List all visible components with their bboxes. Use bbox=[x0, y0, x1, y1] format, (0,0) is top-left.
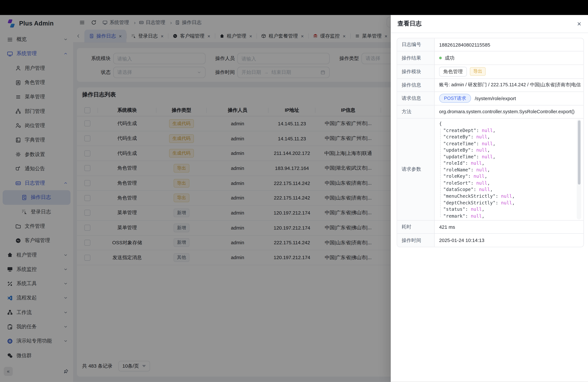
json-line: "createDept": null, bbox=[439, 127, 583, 134]
json-line: "dataScope": null, bbox=[439, 187, 583, 193]
json-line: "createBy": null, bbox=[439, 134, 583, 141]
module-tag: 角色管理 bbox=[439, 67, 467, 76]
drawer-header: 查看日志 × bbox=[391, 15, 588, 33]
field-label: 操作结果 bbox=[397, 51, 435, 64]
json-line: "roleKey": null, bbox=[439, 173, 583, 180]
method-value: org.dromara.system.controller.system.Sys… bbox=[435, 105, 583, 118]
field-label: 操作时间 bbox=[397, 234, 435, 247]
json-line: "roleName": null, bbox=[439, 167, 583, 173]
request-url: /system/role/export bbox=[475, 96, 516, 101]
screen: Plus Admin 概览 系统管理 用户管理 bbox=[0, 0, 588, 382]
result-value: 成功 bbox=[445, 55, 455, 61]
json-line: "createTime": null, bbox=[439, 141, 583, 147]
field-label: 操作模块 bbox=[397, 65, 435, 78]
json-line: "menuCheckStrictly": null, bbox=[439, 193, 583, 200]
field-label: 方法 bbox=[397, 105, 435, 118]
drawer-close-icon[interactable]: × bbox=[577, 20, 581, 27]
json-line: "updateTime": null, bbox=[439, 154, 583, 160]
indent-guide bbox=[440, 128, 441, 217]
field-label: 请求参数 bbox=[397, 118, 435, 220]
json-code-block: {"createDept": null,"createBy": null,"cr… bbox=[439, 121, 583, 219]
json-line: "deptCheckStrictly": null, bbox=[439, 200, 583, 206]
scrollbar-thumb[interactable] bbox=[578, 120, 580, 185]
json-line: "status": null, bbox=[439, 206, 583, 213]
time-value: 2025-01-24 10:14:13 bbox=[435, 234, 583, 247]
field-label: 请求信息 bbox=[397, 92, 435, 105]
post-method-badge: POST请求 bbox=[439, 94, 471, 103]
field-label: 日志编号 bbox=[397, 38, 435, 51]
drawer-title: 查看日志 bbox=[398, 20, 421, 28]
action-tag: 导出 bbox=[470, 67, 485, 76]
log-detail-drawer: 查看日志 × 日志编号 1882612840802115585 操作结果 成功 … bbox=[391, 15, 588, 382]
log-id-value: 1882612840802115585 bbox=[435, 38, 583, 51]
drawer-body: 日志编号 1882612840802115585 操作结果 成功 操作模块 角色… bbox=[391, 33, 588, 382]
json-line: "remark": null, bbox=[439, 213, 583, 219]
field-label: 耗时 bbox=[397, 221, 435, 233]
log-descriptions: 日志编号 1882612840802115585 操作结果 成功 操作模块 角色… bbox=[397, 38, 584, 247]
cost-value: 421 ms bbox=[435, 221, 583, 233]
json-line: "updateBy": null, bbox=[439, 147, 583, 154]
json-line: "roleId": null, bbox=[439, 160, 583, 167]
json-line: { bbox=[439, 121, 583, 127]
field-label: 操作信息 bbox=[397, 79, 435, 92]
operation-info-value: 账号: admin / 研发部门 / 222.175.114.242 / 中国|… bbox=[435, 79, 583, 92]
request-params-cell: {"createDept": null,"createBy": null,"cr… bbox=[435, 118, 583, 220]
json-line: "roleSort": null, bbox=[439, 180, 583, 187]
success-dot bbox=[439, 57, 442, 59]
